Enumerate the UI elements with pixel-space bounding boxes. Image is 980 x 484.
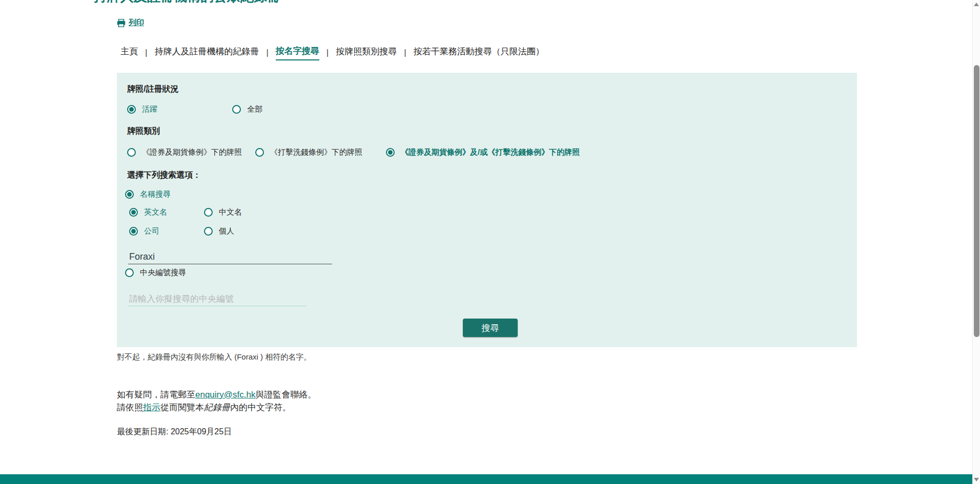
register-italic: 紀錄冊 [204, 403, 230, 412]
last-updated-date: 最後更新日期: 2025年09月25日 [117, 427, 232, 437]
radio-label: 公司 [144, 226, 159, 236]
radio-individual[interactable]: 個人 [204, 226, 234, 236]
search-form-panel: 牌照/註冊狀況 活躍 全部 牌照類別 《證券及期貨條例》下的牌照 《打擊洗錢條例… [117, 73, 857, 347]
printer-icon [117, 19, 126, 27]
radio-type-amlo[interactable]: 《打擊洗錢條例》下的牌照 [255, 148, 362, 157]
radio-ce-number-search[interactable]: 中央編號搜尋 [125, 268, 186, 278]
tab-separator: | [145, 48, 147, 58]
radio-icon [129, 227, 138, 236]
ce-number-input[interactable] [128, 292, 307, 306]
radio-icon [204, 208, 213, 217]
scroll-down-arrow-icon[interactable] [974, 478, 979, 481]
tab-home[interactable]: 主頁 [120, 46, 138, 60]
radio-name-search[interactable]: 名稱搜尋 [125, 190, 171, 199]
radio-icon [255, 148, 264, 157]
tab-separator: | [266, 48, 268, 58]
footer-bar [0, 474, 972, 484]
radio-chinese-name[interactable]: 中文名 [204, 207, 242, 217]
name-search-input[interactable] [128, 250, 332, 264]
radio-label: 《證券及期貨條例》及/或《打擊洗錢條例》下的牌照 [401, 148, 580, 157]
search-options-heading: 選擇下列搜索選項： [127, 170, 201, 181]
radio-status-all[interactable]: 全部 [232, 104, 262, 114]
license-type-heading: 牌照類別 [127, 126, 160, 137]
radio-status-active[interactable]: 活躍 [127, 104, 157, 114]
tab-separator: | [404, 48, 406, 58]
contact-block: 如有疑問，請電郵至enquiry@sfc.hk與證監會聯絡。 請依照指示從而閱覽… [117, 388, 316, 414]
radio-type-sfo[interactable]: 《證券及期貨條例》下的牌照 [127, 148, 242, 157]
radio-label: 中文名 [219, 207, 242, 217]
radio-icon [125, 268, 134, 277]
radio-corporation[interactable]: 公司 [129, 226, 159, 236]
instruction-suffix: 內的中文字符。 [230, 403, 291, 412]
radio-icon [232, 105, 241, 114]
page: 持牌人及註冊機構的公眾紀錄冊 列印 主頁 | 持牌人及註冊機構的紀錄冊 | 按名… [0, 0, 980, 484]
radio-type-both[interactable]: 《證券及期貨條例》及/或《打擊洗錢條例》下的牌照 [386, 148, 580, 157]
vertical-scrollbar[interactable] [972, 0, 980, 484]
tab-search-by-name[interactable]: 按名字搜尋 [276, 45, 319, 60]
radio-label: 活躍 [142, 104, 157, 114]
radio-icon [125, 190, 134, 199]
radio-icon [386, 148, 395, 157]
radio-label: 個人 [219, 226, 234, 236]
radio-label: 英文名 [144, 207, 167, 217]
radio-label: 《證券及期貨條例》下的牌照 [142, 148, 242, 157]
radio-icon [129, 208, 138, 217]
search-button[interactable]: 搜尋 [463, 319, 518, 337]
email-link[interactable]: enquiry@sfc.hk [195, 390, 255, 399]
instruction-prefix: 請依照 [117, 403, 143, 412]
print-label: 列印 [129, 18, 144, 28]
radio-label: 中央編號搜尋 [140, 268, 186, 278]
no-result-message: 對不起，紀錄冊內沒有與你所輸入 (Foraxi ) 相符的名字。 [117, 352, 311, 362]
scroll-up-arrow-icon[interactable] [974, 3, 979, 6]
scrollbar-thumb[interactable] [974, 65, 979, 337]
radio-icon [127, 148, 136, 157]
instruction-mid: 從而閱覽本 [160, 403, 204, 412]
tab-separator: | [326, 48, 329, 58]
radio-label: 名稱搜尋 [140, 190, 171, 199]
nav-tabs: 主頁 | 持牌人及註冊機構的紀錄冊 | 按名字搜尋 | 按牌照類別搜尋 | 按若… [120, 45, 544, 60]
radio-icon [204, 227, 213, 236]
contact-line: 如有疑問，請電郵至enquiry@sfc.hk與證監會聯絡。 [117, 388, 316, 401]
tab-search-by-licence-type[interactable]: 按牌照類別搜尋 [336, 46, 397, 60]
print-link[interactable]: 列印 [117, 18, 144, 28]
instruction-line: 請依照指示從而閱覽本紀錄冊內的中文字符。 [117, 401, 316, 414]
tab-search-by-activity[interactable]: 按若干業務活動搜尋（只限法團） [414, 46, 544, 60]
contact-prefix: 如有疑問，請電郵至 [117, 390, 195, 399]
radio-label: 《打擊洗錢條例》下的牌照 [270, 148, 362, 157]
contact-suffix: 與證監會聯絡。 [255, 390, 316, 399]
radio-label: 全部 [247, 104, 262, 114]
instructions-link[interactable]: 指示 [143, 403, 160, 412]
page-title: 持牌人及註冊機構的公眾紀錄冊 [94, 0, 280, 3]
license-status-heading: 牌照/註冊狀況 [127, 84, 178, 95]
tab-register[interactable]: 持牌人及註冊機構的紀錄冊 [154, 46, 259, 60]
radio-english-name[interactable]: 英文名 [129, 207, 167, 217]
radio-icon [127, 105, 136, 114]
